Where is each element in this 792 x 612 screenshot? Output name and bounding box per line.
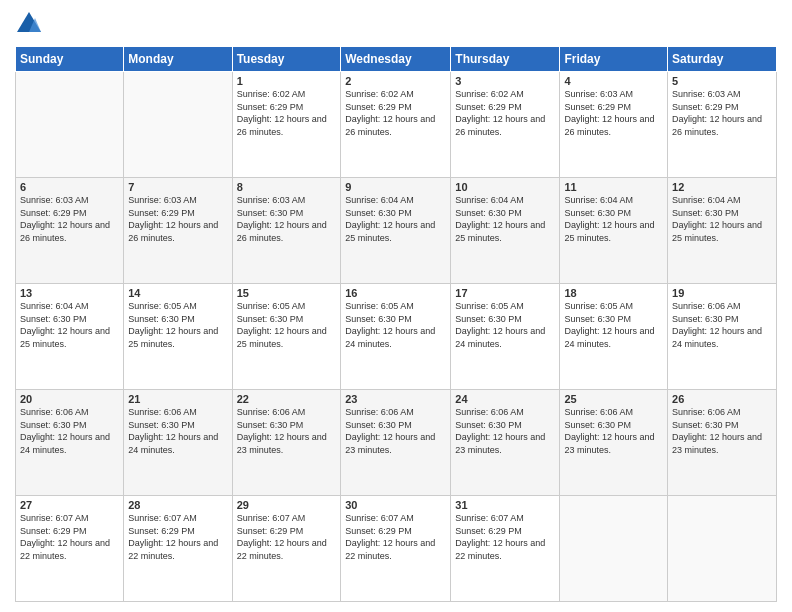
day-info: Sunrise: 6:04 AM Sunset: 6:30 PM Dayligh…: [455, 194, 555, 244]
day-number: 6: [20, 181, 119, 193]
calendar-cell: 29Sunrise: 6:07 AM Sunset: 6:29 PM Dayli…: [232, 496, 341, 602]
day-number: 20: [20, 393, 119, 405]
calendar-cell: 25Sunrise: 6:06 AM Sunset: 6:30 PM Dayli…: [560, 390, 668, 496]
calendar-cell: 6Sunrise: 6:03 AM Sunset: 6:29 PM Daylig…: [16, 178, 124, 284]
day-info: Sunrise: 6:07 AM Sunset: 6:29 PM Dayligh…: [455, 512, 555, 562]
calendar-cell: 22Sunrise: 6:06 AM Sunset: 6:30 PM Dayli…: [232, 390, 341, 496]
calendar-cell: 18Sunrise: 6:05 AM Sunset: 6:30 PM Dayli…: [560, 284, 668, 390]
day-number: 26: [672, 393, 772, 405]
calendar-body: 1Sunrise: 6:02 AM Sunset: 6:29 PM Daylig…: [16, 72, 777, 602]
calendar-cell: 27Sunrise: 6:07 AM Sunset: 6:29 PM Dayli…: [16, 496, 124, 602]
calendar-cell: 17Sunrise: 6:05 AM Sunset: 6:30 PM Dayli…: [451, 284, 560, 390]
day-number: 27: [20, 499, 119, 511]
day-header: Monday: [124, 47, 232, 72]
day-number: 25: [564, 393, 663, 405]
day-number: 15: [237, 287, 337, 299]
day-header: Friday: [560, 47, 668, 72]
day-number: 21: [128, 393, 227, 405]
day-number: 29: [237, 499, 337, 511]
calendar-cell: 2Sunrise: 6:02 AM Sunset: 6:29 PM Daylig…: [341, 72, 451, 178]
day-info: Sunrise: 6:06 AM Sunset: 6:30 PM Dayligh…: [564, 406, 663, 456]
calendar-cell: 9Sunrise: 6:04 AM Sunset: 6:30 PM Daylig…: [341, 178, 451, 284]
day-number: 12: [672, 181, 772, 193]
day-info: Sunrise: 6:04 AM Sunset: 6:30 PM Dayligh…: [672, 194, 772, 244]
day-info: Sunrise: 6:06 AM Sunset: 6:30 PM Dayligh…: [345, 406, 446, 456]
day-header: Sunday: [16, 47, 124, 72]
day-info: Sunrise: 6:06 AM Sunset: 6:30 PM Dayligh…: [455, 406, 555, 456]
day-number: 24: [455, 393, 555, 405]
day-info: Sunrise: 6:05 AM Sunset: 6:30 PM Dayligh…: [564, 300, 663, 350]
day-info: Sunrise: 6:07 AM Sunset: 6:29 PM Dayligh…: [128, 512, 227, 562]
day-info: Sunrise: 6:04 AM Sunset: 6:30 PM Dayligh…: [345, 194, 446, 244]
day-info: Sunrise: 6:06 AM Sunset: 6:30 PM Dayligh…: [672, 300, 772, 350]
calendar-cell: 10Sunrise: 6:04 AM Sunset: 6:30 PM Dayli…: [451, 178, 560, 284]
days-header-row: SundayMondayTuesdayWednesdayThursdayFrid…: [16, 47, 777, 72]
day-info: Sunrise: 6:02 AM Sunset: 6:29 PM Dayligh…: [345, 88, 446, 138]
calendar-cell: 16Sunrise: 6:05 AM Sunset: 6:30 PM Dayli…: [341, 284, 451, 390]
day-number: 1: [237, 75, 337, 87]
day-number: 23: [345, 393, 446, 405]
calendar-cell: 1Sunrise: 6:02 AM Sunset: 6:29 PM Daylig…: [232, 72, 341, 178]
day-info: Sunrise: 6:07 AM Sunset: 6:29 PM Dayligh…: [345, 512, 446, 562]
calendar-cell: 28Sunrise: 6:07 AM Sunset: 6:29 PM Dayli…: [124, 496, 232, 602]
day-number: 18: [564, 287, 663, 299]
day-number: 7: [128, 181, 227, 193]
day-info: Sunrise: 6:05 AM Sunset: 6:30 PM Dayligh…: [237, 300, 337, 350]
day-info: Sunrise: 6:05 AM Sunset: 6:30 PM Dayligh…: [345, 300, 446, 350]
day-info: Sunrise: 6:06 AM Sunset: 6:30 PM Dayligh…: [20, 406, 119, 456]
calendar-cell: 23Sunrise: 6:06 AM Sunset: 6:30 PM Dayli…: [341, 390, 451, 496]
day-number: 8: [237, 181, 337, 193]
day-info: Sunrise: 6:06 AM Sunset: 6:30 PM Dayligh…: [672, 406, 772, 456]
calendar-cell: 15Sunrise: 6:05 AM Sunset: 6:30 PM Dayli…: [232, 284, 341, 390]
calendar-cell: 30Sunrise: 6:07 AM Sunset: 6:29 PM Dayli…: [341, 496, 451, 602]
day-number: 19: [672, 287, 772, 299]
day-number: 16: [345, 287, 446, 299]
calendar-cell: 24Sunrise: 6:06 AM Sunset: 6:30 PM Dayli…: [451, 390, 560, 496]
day-header: Wednesday: [341, 47, 451, 72]
week-row: 20Sunrise: 6:06 AM Sunset: 6:30 PM Dayli…: [16, 390, 777, 496]
day-info: Sunrise: 6:02 AM Sunset: 6:29 PM Dayligh…: [237, 88, 337, 138]
day-info: Sunrise: 6:03 AM Sunset: 6:30 PM Dayligh…: [237, 194, 337, 244]
calendar-cell: 20Sunrise: 6:06 AM Sunset: 6:30 PM Dayli…: [16, 390, 124, 496]
day-info: Sunrise: 6:03 AM Sunset: 6:29 PM Dayligh…: [20, 194, 119, 244]
calendar: SundayMondayTuesdayWednesdayThursdayFrid…: [15, 46, 777, 602]
logo-icon: [15, 10, 43, 38]
calendar-cell: 31Sunrise: 6:07 AM Sunset: 6:29 PM Dayli…: [451, 496, 560, 602]
day-number: 3: [455, 75, 555, 87]
day-info: Sunrise: 6:03 AM Sunset: 6:29 PM Dayligh…: [564, 88, 663, 138]
day-info: Sunrise: 6:07 AM Sunset: 6:29 PM Dayligh…: [237, 512, 337, 562]
day-number: 13: [20, 287, 119, 299]
calendar-cell: 4Sunrise: 6:03 AM Sunset: 6:29 PM Daylig…: [560, 72, 668, 178]
day-header: Saturday: [668, 47, 777, 72]
day-number: 11: [564, 181, 663, 193]
week-row: 27Sunrise: 6:07 AM Sunset: 6:29 PM Dayli…: [16, 496, 777, 602]
week-row: 13Sunrise: 6:04 AM Sunset: 6:30 PM Dayli…: [16, 284, 777, 390]
day-info: Sunrise: 6:03 AM Sunset: 6:29 PM Dayligh…: [672, 88, 772, 138]
calendar-cell: 8Sunrise: 6:03 AM Sunset: 6:30 PM Daylig…: [232, 178, 341, 284]
header: [15, 10, 777, 38]
logo: [15, 10, 47, 38]
day-number: 4: [564, 75, 663, 87]
day-number: 14: [128, 287, 227, 299]
day-number: 28: [128, 499, 227, 511]
day-number: 30: [345, 499, 446, 511]
calendar-cell: 21Sunrise: 6:06 AM Sunset: 6:30 PM Dayli…: [124, 390, 232, 496]
day-info: Sunrise: 6:04 AM Sunset: 6:30 PM Dayligh…: [564, 194, 663, 244]
day-info: Sunrise: 6:04 AM Sunset: 6:30 PM Dayligh…: [20, 300, 119, 350]
day-number: 2: [345, 75, 446, 87]
calendar-cell: [560, 496, 668, 602]
calendar-cell: 11Sunrise: 6:04 AM Sunset: 6:30 PM Dayli…: [560, 178, 668, 284]
day-number: 31: [455, 499, 555, 511]
day-number: 22: [237, 393, 337, 405]
calendar-cell: [668, 496, 777, 602]
week-row: 6Sunrise: 6:03 AM Sunset: 6:29 PM Daylig…: [16, 178, 777, 284]
day-header: Thursday: [451, 47, 560, 72]
day-info: Sunrise: 6:05 AM Sunset: 6:30 PM Dayligh…: [128, 300, 227, 350]
day-info: Sunrise: 6:05 AM Sunset: 6:30 PM Dayligh…: [455, 300, 555, 350]
calendar-cell: [16, 72, 124, 178]
calendar-cell: 14Sunrise: 6:05 AM Sunset: 6:30 PM Dayli…: [124, 284, 232, 390]
calendar-cell: 12Sunrise: 6:04 AM Sunset: 6:30 PM Dayli…: [668, 178, 777, 284]
calendar-cell: 26Sunrise: 6:06 AM Sunset: 6:30 PM Dayli…: [668, 390, 777, 496]
calendar-cell: 19Sunrise: 6:06 AM Sunset: 6:30 PM Dayli…: [668, 284, 777, 390]
day-header: Tuesday: [232, 47, 341, 72]
